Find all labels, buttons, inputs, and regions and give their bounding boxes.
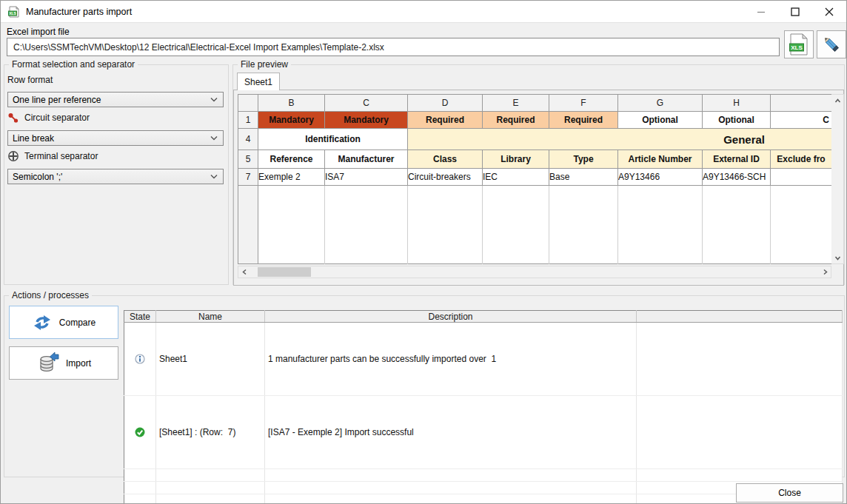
terminal-separator-row: Terminal separator [7, 150, 98, 162]
cell-optional: Optional [703, 112, 771, 129]
cell-header: Manufacturer [325, 150, 408, 169]
row-format-select[interactable]: One line per reference [7, 92, 224, 107]
cell-value: IEC [483, 169, 549, 186]
row-number: 5 [238, 150, 258, 169]
process-row[interactable]: [Sheet1] : (Row: 7) [ISA7 - Exemple 2] I… [124, 396, 843, 469]
file-preview-groupbox: File preview Sheet1 B C D E F G [232, 64, 845, 285]
empty-row [124, 469, 843, 482]
circuit-separator-row: Circuit separator [7, 112, 90, 124]
col-header-D: D [408, 95, 483, 112]
cell-value: Base [549, 169, 618, 186]
scroll-left-icon[interactable] [238, 266, 250, 278]
file-preview-legend: File preview [238, 59, 291, 70]
process-table-header: State Name Description [124, 311, 843, 323]
circuit-separator-value: Line break [13, 133, 54, 144]
cell-value: ISA7 [325, 169, 408, 186]
close-button-label: Close [778, 488, 801, 498]
cell-mandatory: Mandatory [325, 112, 408, 129]
close-button[interactable]: Close [736, 483, 843, 503]
state-column-header: State [124, 311, 156, 323]
compare-button[interactable]: Compare [9, 306, 118, 339]
process-log-table: State Name Description Sheet1 1 ma [124, 310, 843, 504]
col-header-C: C [325, 95, 408, 112]
scroll-down-icon[interactable] [831, 252, 843, 263]
row-format-value: One line per reference [13, 95, 101, 105]
chevron-down-icon [210, 97, 218, 102]
format-selection-groupbox: Format selection and separator Row forma… [4, 64, 229, 285]
cell-header: Library [483, 150, 549, 169]
scroll-right-icon[interactable] [819, 266, 831, 278]
sheet-row-7: 7 Exemple 2 ISA7 Circuit-breakers IEC Ba… [238, 169, 832, 186]
row-number: 1 [238, 112, 258, 129]
cell-value [771, 169, 832, 186]
col-header-F: F [549, 95, 618, 112]
cell-header: Exclude fro [771, 150, 832, 169]
manufacturer-parts-import-dialog: XLS Manufacturer parts import Excel impo… [0, 0, 847, 504]
xls-file-icon: XLS [789, 33, 808, 56]
cell-optional: Optional [618, 112, 703, 129]
process-description: 1 manufacturer parts can be successfully… [265, 323, 637, 396]
col-header-partial [771, 95, 832, 112]
scroll-up-icon[interactable] [831, 95, 843, 107]
row-number: 4 [238, 129, 258, 150]
info-icon [124, 343, 155, 385]
cell-header: Reference [258, 150, 325, 169]
row-format-label: Row format [7, 75, 53, 85]
chevron-down-icon [210, 135, 218, 141]
terminal-separator-label: Terminal separator [24, 151, 98, 161]
xls-document-icon: XLS [8, 6, 20, 18]
edit-file-button[interactable] [817, 30, 846, 58]
cell-general: General [408, 129, 832, 150]
process-name: Sheet1 [156, 323, 265, 396]
titlebar: XLS Manufacturer parts import [1, 1, 846, 23]
sheet-row-4: 4 Identification General [238, 129, 832, 150]
sheet-filler-row [238, 186, 832, 264]
success-check-icon [124, 417, 155, 458]
preview-vertical-scrollbar[interactable] [831, 94, 844, 264]
sheet-table: B C D E F G H 1 Mandatory Mandatory Requ… [238, 94, 832, 264]
preview-pane: B C D E F G H 1 Mandatory Mandatory Requ… [233, 90, 844, 286]
state-cell [124, 396, 156, 469]
chevron-down-icon [210, 174, 218, 179]
compare-sync-icon [32, 314, 53, 332]
close-window-button[interactable] [812, 1, 846, 23]
cell-required: Required [483, 112, 549, 129]
open-excel-file-button[interactable]: XLS [784, 30, 814, 58]
empty-row [124, 482, 843, 494]
cell-required: Required [408, 112, 483, 129]
compare-button-label: Compare [59, 317, 96, 328]
empty-row [124, 494, 843, 504]
col-header-G: G [618, 95, 703, 112]
cell-identification: Identification [258, 129, 408, 150]
row-number: 7 [238, 169, 258, 186]
tab-sheet1-label: Sheet1 [244, 77, 272, 87]
sheet-row-1: 1 Mandatory Mandatory Required Required … [238, 112, 832, 129]
cell-header: External ID [703, 150, 771, 169]
svg-text:XLS: XLS [791, 44, 803, 51]
state-cell [124, 323, 156, 396]
empty-column-header [637, 311, 843, 323]
maximize-button[interactable] [778, 1, 812, 23]
process-row[interactable]: Sheet1 1 manufacturer parts can be succe… [124, 323, 843, 396]
circuit-separator-label: Circuit separator [24, 112, 90, 123]
import-button-label: Import [66, 358, 91, 369]
svg-text:XLS: XLS [9, 11, 16, 16]
col-header-H: H [703, 95, 771, 112]
excel-file-path-input[interactable] [7, 38, 780, 56]
scrollbar-thumb[interactable] [258, 267, 311, 277]
tab-sheet1[interactable]: Sheet1 [237, 73, 280, 90]
cell-value: Exemple 2 [258, 169, 325, 186]
cell-value: Circuit-breakers [408, 169, 483, 186]
description-column-header: Description [265, 311, 637, 323]
circuit-separator-select[interactable]: Line break [7, 130, 224, 146]
terminal-separator-select[interactable]: Semicolon ';' [7, 169, 224, 184]
pencil-icon [822, 35, 841, 54]
import-button[interactable]: Import [9, 346, 118, 380]
process-name: [Sheet1] : (Row: 7) [156, 396, 265, 469]
preview-horizontal-scrollbar[interactable] [238, 266, 831, 278]
terminal-separator-value: Semicolon ';' [13, 172, 62, 182]
minimize-button[interactable] [744, 1, 778, 23]
cell-header: Class [408, 150, 483, 169]
col-header-B: B [258, 95, 325, 112]
circuit-separator-icon [7, 112, 19, 124]
